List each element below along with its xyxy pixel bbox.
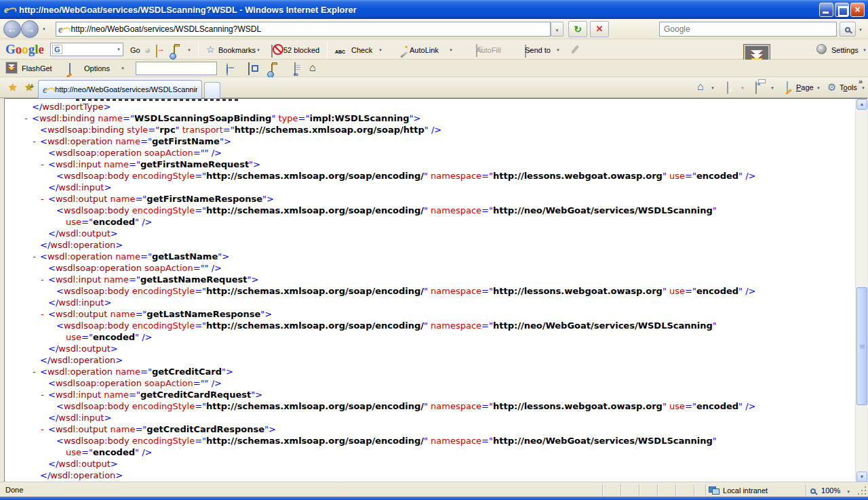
tab-active[interactable]: e http://neo/WebGoat/services/WSDLScanni… xyxy=(38,80,202,98)
xml-token: =" xyxy=(135,424,146,434)
options-dropdown-icon[interactable]: ▼ xyxy=(121,66,125,70)
popup-blocked-count[interactable]: 52 blocked xyxy=(283,46,319,54)
print-icon[interactable] xyxy=(755,81,757,94)
address-field[interactable]: e xyxy=(56,22,551,37)
history-dropdown-icon[interactable]: ▼ xyxy=(42,27,46,31)
bookmarks-button[interactable]: Bookmarks xyxy=(218,46,256,54)
xml-token: wsdl:output xyxy=(58,343,111,354)
collapse-toggle[interactable]: - xyxy=(40,274,45,285)
collapse-toggle[interactable]: - xyxy=(24,112,28,124)
page-icon[interactable] xyxy=(787,81,788,94)
settings-orb-icon xyxy=(816,44,827,54)
close-button[interactable]: × xyxy=(850,3,865,17)
search-options-dropdown-icon[interactable]: ▼ xyxy=(859,28,863,32)
tools-menu-button[interactable]: Tools xyxy=(840,83,857,91)
address-dropdown-button[interactable]: ▼ xyxy=(551,22,564,37)
search-go-button[interactable] xyxy=(840,22,856,37)
xml-token: wsdl:input xyxy=(58,182,104,192)
zoom-pane[interactable]: 100% ▼ xyxy=(806,484,856,496)
print-dropdown-icon[interactable]: ▼ xyxy=(770,86,774,90)
xml-token: < xyxy=(48,194,56,204)
xml-token: " xyxy=(424,401,431,411)
toolbar-overflow-chevron[interactable]: » xyxy=(859,77,863,85)
home-icon[interactable]: ⌂ xyxy=(697,82,704,91)
highlighter-icon[interactable] xyxy=(571,45,579,54)
xml-token: =" xyxy=(481,286,493,296)
download-link-icon[interactable] xyxy=(294,62,296,75)
autolink-button[interactable]: AutoLink xyxy=(410,46,439,54)
forward-button[interactable]: → xyxy=(21,20,39,38)
options-button[interactable]: Options xyxy=(84,64,110,72)
favorites-center-icon[interactable]: ★ xyxy=(8,81,17,93)
check-button[interactable]: Check xyxy=(351,46,372,54)
flashget-search-field[interactable] xyxy=(136,62,217,75)
zone-label: Local intranet xyxy=(723,486,768,495)
autofill-button: AutoFill xyxy=(476,46,501,54)
xml-token: encodingStyle xyxy=(132,286,195,296)
xml-token: name xyxy=(115,251,140,262)
refresh-button[interactable]: ↻ xyxy=(568,21,587,37)
xml-token: wsdlsoap:operation xyxy=(56,263,142,273)
new-tab-button[interactable] xyxy=(204,82,220,98)
web-search-icon[interactable] xyxy=(226,64,228,76)
search-options-icon[interactable] xyxy=(174,45,175,58)
google-search-combo[interactable]: G ▼ xyxy=(50,43,123,56)
collapse-toggle[interactable]: - xyxy=(32,251,37,262)
maximize-button[interactable] xyxy=(835,3,849,17)
resize-grip[interactable] xyxy=(858,486,867,495)
xml-token: =" xyxy=(223,125,235,135)
collapse-toggle[interactable]: - xyxy=(40,389,45,400)
capture-target-icon[interactable] xyxy=(248,62,250,75)
stop-button[interactable]: ✕ xyxy=(590,21,609,37)
tools-dropdown-icon[interactable]: ▼ xyxy=(861,86,865,90)
collapse-toggle[interactable]: - xyxy=(40,308,45,320)
bookmarks-dropdown-icon[interactable]: ▼ xyxy=(256,48,260,52)
zoom-dropdown-icon[interactable]: ▼ xyxy=(846,490,850,494)
home-dropdown-icon[interactable]: ▼ xyxy=(711,86,715,90)
xml-token: getLastNameRequest xyxy=(140,274,248,285)
go-button[interactable]: Go xyxy=(130,46,140,54)
xml-line: <wsdlsoap:body encodingStyle="http://sch… xyxy=(5,320,855,331)
page-menu-button[interactable]: Page xyxy=(796,83,814,91)
settings-button[interactable]: Settings xyxy=(831,46,859,54)
feeds-icon[interactable] xyxy=(727,81,728,94)
send-to-button[interactable]: Send to xyxy=(525,46,551,54)
xml-line: </wsdl:operation> xyxy=(5,239,855,251)
xml-token: =" xyxy=(481,436,493,446)
scroll-down-icon[interactable]: ▼ xyxy=(856,472,867,482)
xml-token: " /> xyxy=(425,125,441,135)
search-options-dropdown2-icon[interactable]: ▼ xyxy=(187,48,191,52)
collapse-toggle[interactable]: - xyxy=(32,366,37,377)
tools-gear-icon[interactable]: ⚙ xyxy=(827,82,836,93)
check-dropdown-icon[interactable]: ▼ xyxy=(378,48,382,52)
settings-dropdown-icon[interactable]: ▼ xyxy=(863,48,867,52)
live-search-box[interactable] xyxy=(659,22,837,37)
add-favorite-icon[interactable]: ★+ xyxy=(24,81,33,93)
site-search-icon[interactable] xyxy=(156,45,157,58)
collapse-toggle[interactable]: - xyxy=(40,193,45,205)
search-input[interactable] xyxy=(660,24,836,34)
send-to-dropdown-icon[interactable]: ▼ xyxy=(556,48,560,52)
address-input[interactable] xyxy=(71,24,550,34)
flashget-label[interactable]: FlashGet xyxy=(22,64,52,72)
google-search-dropdown-icon[interactable]: ▼ xyxy=(117,47,121,51)
collapse-toggle[interactable]: - xyxy=(40,423,45,435)
xml-token: " xyxy=(424,320,431,331)
back-button[interactable]: ← xyxy=(3,20,21,38)
collapse-toggle[interactable]: - xyxy=(32,136,37,147)
collapse-toggle[interactable]: - xyxy=(40,159,45,170)
scrollbar-thumb[interactable] xyxy=(856,287,867,405)
autolink-dropdown-icon[interactable]: ▼ xyxy=(449,48,453,52)
xml-line: </wsdl:operation> xyxy=(5,470,855,481)
xml-token: wsdlsoap:binding xyxy=(47,125,124,135)
site-explorer-icon[interactable] xyxy=(271,64,273,77)
minimize-button[interactable] xyxy=(819,3,833,17)
vertical-scrollbar[interactable]: ▲ ▼ xyxy=(855,99,867,482)
xml-token: " /> xyxy=(738,171,755,181)
flashget-search-input[interactable] xyxy=(136,64,216,73)
flashget-home-icon[interactable]: ⌂ xyxy=(309,63,316,72)
xml-token: > xyxy=(104,297,111,308)
google-search-input[interactable] xyxy=(62,45,117,54)
scroll-up-icon[interactable]: ▲ xyxy=(856,99,867,110)
page-dropdown-icon[interactable]: ▼ xyxy=(816,86,821,90)
